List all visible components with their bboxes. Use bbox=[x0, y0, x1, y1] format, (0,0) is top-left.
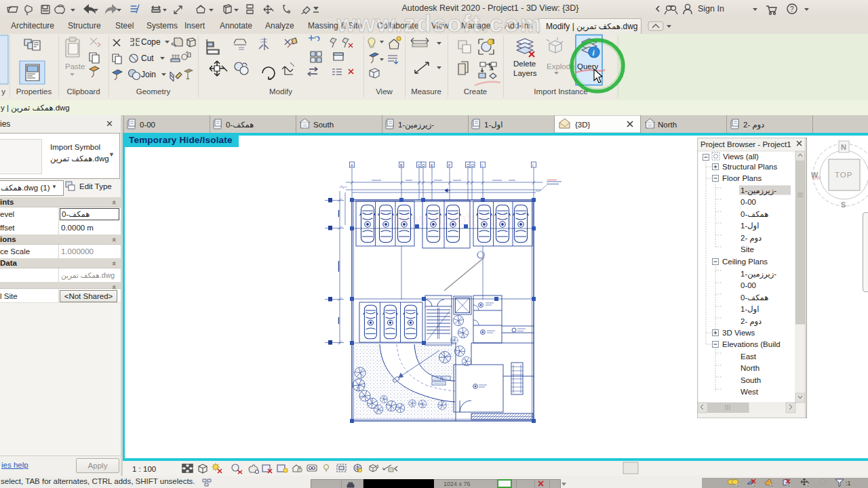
svg-text:همکف-0: همکف-0 bbox=[226, 121, 254, 129]
svg-text:زیرزمین-1-: زیرزمین-1- bbox=[741, 186, 776, 196]
svg-text:Structural Plans: Structural Plans bbox=[722, 163, 777, 171]
svg-text:South: South bbox=[313, 121, 334, 129]
svg-text:زیرزمین-1-: زیرزمین-1- bbox=[741, 270, 776, 279]
svg-text:همکف-0: همکف-0 bbox=[741, 293, 768, 302]
svg-text:0-00: 0-00 bbox=[140, 121, 155, 129]
svg-text:1024 x 76: 1024 x 76 bbox=[443, 481, 471, 487]
svg-text:B: B bbox=[400, 163, 403, 167]
svg-text:Floor Plans: Floor Plans bbox=[722, 174, 762, 182]
svg-text:1 : 100: 1 : 100 bbox=[132, 465, 156, 473]
svg-text:اول-1: اول-1 bbox=[484, 121, 502, 130]
svg-text:Query: Query bbox=[577, 62, 599, 70]
svg-text:S: S bbox=[841, 201, 846, 209]
svg-text:D: D bbox=[422, 163, 425, 167]
svg-text:Delete: Delete bbox=[513, 60, 536, 68]
svg-text:Views (all): Views (all) bbox=[723, 152, 759, 161]
svg-text:Elevations (Build: Elevations (Build bbox=[722, 340, 781, 348]
svg-text:East: East bbox=[741, 352, 757, 361]
svg-text:Paste: Paste bbox=[65, 62, 85, 70]
svg-text:www.zdsoft.com: www.zdsoft.com bbox=[389, 209, 513, 228]
svg-text:همکف-0: همکف-0 bbox=[741, 210, 768, 218]
svg-text:دوم -2: دوم -2 bbox=[741, 317, 762, 327]
svg-text:TOP: TOP bbox=[835, 171, 852, 179]
svg-text:C: C bbox=[467, 163, 469, 167]
svg-text:South: South bbox=[741, 376, 761, 384]
svg-text:دوم -2: دوم -2 bbox=[741, 234, 762, 243]
svg-text:ww: ww bbox=[811, 174, 821, 181]
svg-text:Cut: Cut bbox=[141, 54, 154, 63]
svg-text:O: O bbox=[471, 163, 475, 167]
svg-text:Cope: Cope bbox=[141, 37, 161, 47]
svg-text:Ceiling Plans: Ceiling Plans bbox=[722, 258, 768, 266]
svg-text:اول-1: اول-1 bbox=[741, 222, 759, 231]
svg-text:North: North bbox=[741, 364, 760, 372]
svg-text:A: A bbox=[351, 163, 353, 167]
svg-text:دوم -2: دوم -2 bbox=[743, 121, 764, 130]
svg-text:اول-1: اول-1 bbox=[741, 305, 759, 314]
svg-text:0-00: 0-00 bbox=[741, 198, 756, 206]
svg-text:3D Views: 3D Views bbox=[722, 329, 755, 337]
svg-text:N: N bbox=[841, 143, 846, 151]
svg-text:Project Browser - Project1: Project Browser - Project1 bbox=[701, 140, 791, 148]
svg-text:زیرزمین-1-: زیرزمین-1- bbox=[398, 121, 434, 130]
svg-text:Join: Join bbox=[141, 70, 156, 79]
svg-text:{3D}: {3D} bbox=[575, 121, 591, 129]
svg-text:West: West bbox=[741, 388, 759, 396]
svg-text::1: :1 bbox=[846, 480, 851, 487]
svg-text:North: North bbox=[658, 121, 677, 129]
svg-text:Site: Site bbox=[741, 245, 754, 253]
svg-text:Layers: Layers bbox=[513, 69, 537, 77]
svg-text:0-00: 0-00 bbox=[741, 281, 756, 289]
svg-text:E: E bbox=[431, 163, 433, 167]
svg-text:C: C bbox=[418, 163, 420, 167]
